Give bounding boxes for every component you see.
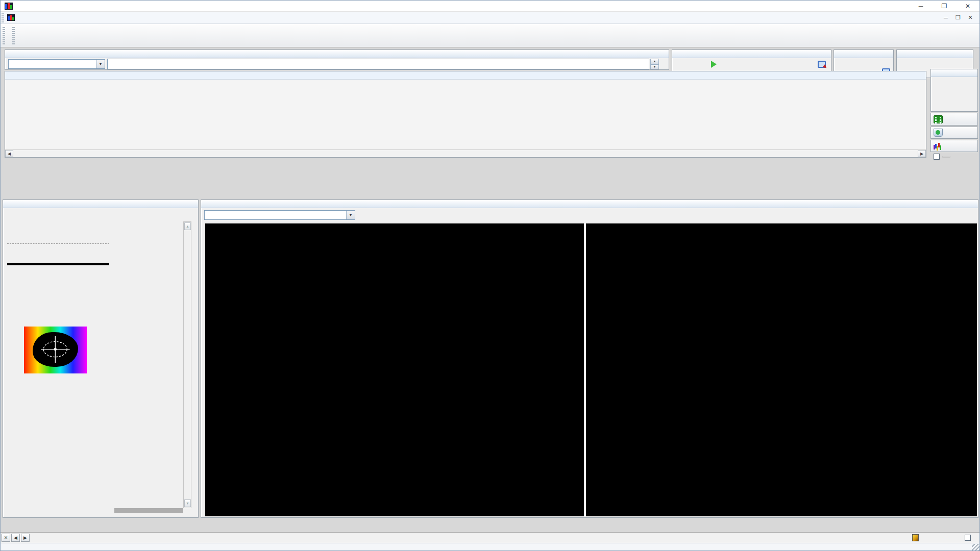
scroll-left-icon[interactable]: ◀ [5, 150, 13, 157]
scroll-up-icon[interactable]: ▲ [184, 222, 191, 230]
tab-next-icon[interactable]: ▶ [21, 534, 30, 542]
display-panel-title [931, 69, 977, 77]
menu-bar: ─ ❐ ✕ [1, 12, 979, 24]
measures-table: ◀ ▶ [5, 71, 926, 158]
target-crosshair [33, 332, 78, 367]
scale-select[interactable]: ▼ [8, 59, 105, 69]
tab-close-icon[interactable]: ✕ [2, 534, 10, 542]
app-icon [5, 3, 13, 10]
spin-up-icon[interactable]: ▲ [650, 59, 659, 64]
selected-color-panel: ▲ ▼ [3, 199, 199, 518]
toolbar [1, 24, 979, 47]
restore-icon[interactable]: ❐ [933, 1, 956, 11]
measure-spinner[interactable]: ▲▼ [650, 59, 659, 69]
status-bar [1, 543, 979, 551]
close-icon[interactable]: ✕ [956, 1, 979, 11]
chevron-down-icon[interactable]: ▼ [96, 60, 105, 68]
sensor-config-icon[interactable] [818, 61, 826, 68]
menu-grip [2, 13, 4, 22]
parameters-panel-title [897, 50, 973, 58]
information-panel: ▼ [201, 199, 978, 518]
spin-down-icon[interactable]: ▼ [650, 64, 659, 70]
graph-select[interactable]: ▼ [204, 210, 355, 220]
play-icon[interactable] [711, 61, 717, 68]
table-hscrollbar[interactable]: ◀ ▶ [5, 149, 926, 157]
mdi-restore-icon[interactable]: ❐ [953, 13, 963, 22]
delete-button[interactable] [930, 127, 978, 139]
bottom-tab-bar: ✕ ◀ ▶ [1, 532, 979, 543]
go-button[interactable] [930, 113, 978, 126]
table-summary [5, 71, 926, 80]
edit-checkbox[interactable] [934, 154, 950, 160]
film-icon [934, 115, 943, 123]
meter-baseline [7, 263, 109, 265]
eotf-gamma-chart [586, 223, 977, 516]
view-panel-title [5, 50, 669, 58]
edit-checkbox-box[interactable] [934, 154, 940, 160]
generator-name [834, 58, 893, 60]
grayscale-balance-chart [205, 223, 584, 516]
target-gamut-image [24, 327, 87, 373]
scroll-right-icon[interactable]: ▶ [918, 150, 926, 157]
generator-panel-title [834, 50, 893, 58]
reference-dashed-line [7, 243, 109, 244]
selected-color-title [3, 200, 198, 208]
mdi-minimize-icon[interactable]: ─ [941, 13, 951, 22]
chevron-down-icon[interactable]: ▼ [346, 211, 355, 219]
resize-grip[interactable] [972, 544, 979, 551]
color-image-icon [912, 534, 919, 541]
refs-button[interactable] [930, 140, 978, 152]
histogram-icon [934, 142, 943, 150]
table-filler [114, 508, 183, 513]
recycle-bin-icon [934, 129, 943, 137]
document-icon[interactable] [7, 14, 15, 21]
sensor-panel-title [672, 50, 831, 58]
display-panel [930, 69, 978, 112]
view-panel: ▼ ▲▼ [5, 49, 669, 70]
measure-vscrollbar[interactable]: ▲ ▼ [183, 221, 191, 508]
colorspace-info-field [107, 59, 649, 69]
toolbar-grip-2 [12, 27, 15, 44]
tab-prev-icon[interactable]: ◀ [11, 534, 20, 542]
title-bar: ─ ❐ ✕ [1, 1, 979, 12]
minimize-icon[interactable]: ─ [909, 1, 933, 11]
scroll-down-icon[interactable]: ▼ [184, 499, 191, 507]
bottom-reference-checkbox[interactable] [965, 533, 973, 543]
information-title [201, 200, 978, 208]
toolbar-grip [3, 27, 5, 44]
mdi-close-icon[interactable]: ✕ [965, 13, 975, 22]
